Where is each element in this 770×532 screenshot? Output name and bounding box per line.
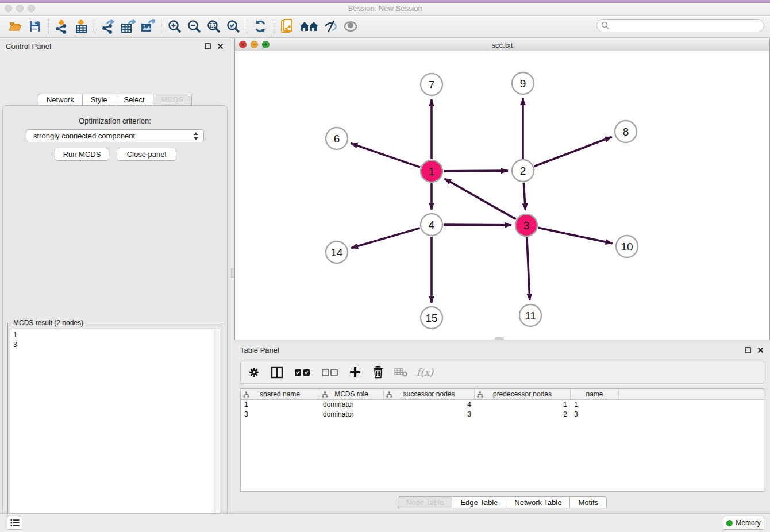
graph-node-6[interactable]: 6 bbox=[326, 128, 348, 149]
graph-node-4[interactable]: 4 bbox=[421, 214, 442, 236]
result-line: 1 bbox=[13, 330, 217, 340]
zoom-in-icon[interactable] bbox=[165, 18, 184, 35]
network-view-title: scc.txt bbox=[235, 41, 769, 49]
vertical-splitter[interactable] bbox=[230, 38, 234, 513]
tab-mcds[interactable]: MCDS bbox=[153, 94, 192, 106]
chevron-up-down-icon bbox=[192, 132, 199, 141]
split-view-icon[interactable] bbox=[270, 365, 284, 380]
toolbar-divider bbox=[48, 19, 49, 34]
tree-icon bbox=[322, 391, 328, 398]
graph-edge-1-6[interactable] bbox=[351, 143, 421, 167]
show-details-icon[interactable] bbox=[341, 18, 360, 35]
graph-node-7[interactable]: 7 bbox=[421, 74, 442, 95]
graph-edge-3-1[interactable] bbox=[445, 179, 516, 219]
view-resize-grip[interactable] bbox=[495, 337, 504, 340]
cell-name[interactable]: 3 bbox=[571, 410, 619, 419]
task-list-icon bbox=[10, 519, 20, 527]
cell-mcds-role[interactable]: dominator bbox=[319, 410, 384, 419]
float-table-panel-icon[interactable] bbox=[744, 346, 752, 354]
column-header-mcds-role[interactable]: MCDS role bbox=[319, 389, 384, 399]
graph-edge-4-14[interactable] bbox=[351, 228, 420, 248]
zoom-fit-icon[interactable] bbox=[204, 18, 224, 35]
network-canvas[interactable]: 7968124314101511 bbox=[235, 51, 769, 340]
memory-button[interactable]: Memory bbox=[723, 516, 764, 530]
graph-node-10[interactable]: 10 bbox=[616, 236, 638, 257]
tab-motifs[interactable]: Motifs bbox=[569, 496, 607, 508]
graph-node-9[interactable]: 9 bbox=[512, 72, 534, 94]
graph-node-2[interactable]: 2 bbox=[512, 160, 534, 182]
graph-node-3[interactable]: 3 bbox=[515, 214, 537, 236]
hide-details-icon[interactable] bbox=[321, 18, 341, 35]
cell-successor-nodes[interactable]: 4 bbox=[384, 400, 475, 410]
tab-select[interactable]: Select bbox=[116, 94, 153, 106]
deselect-all-columns-icon[interactable] bbox=[320, 365, 340, 380]
column-header-shared-name[interactable]: shared name bbox=[241, 389, 319, 399]
tab-network-table[interactable]: Network Table bbox=[506, 496, 569, 508]
zoom-selected-icon[interactable] bbox=[224, 18, 243, 35]
graph-node-11[interactable]: 11 bbox=[519, 304, 541, 326]
search-input[interactable] bbox=[596, 19, 764, 32]
function-builder-icon[interactable]: f(x) bbox=[417, 367, 433, 378]
mcds-result-textarea[interactable]: 1 3 bbox=[10, 329, 220, 532]
float-panel-icon[interactable] bbox=[203, 42, 211, 50]
mcds-result-fieldset: MCDS result (2 nodes) 1 3 bbox=[7, 319, 222, 532]
delete-column-icon[interactable] bbox=[371, 365, 386, 380]
memory-label: Memory bbox=[736, 519, 760, 527]
column-header-successor-nodes[interactable]: successor nodes bbox=[384, 389, 475, 399]
search-icon bbox=[601, 21, 610, 30]
graph-edge-2-8[interactable] bbox=[534, 137, 612, 166]
result-scrollbar[interactable] bbox=[214, 330, 219, 532]
task-history-button[interactable] bbox=[7, 516, 22, 530]
import-table-icon[interactable] bbox=[72, 18, 91, 35]
graph-edge-4-3[interactable] bbox=[444, 225, 511, 225]
optimization-criterion-select[interactable]: strongly connected component bbox=[26, 129, 204, 142]
table-toolbar: f(x) bbox=[240, 361, 764, 384]
column-header-predecessor-nodes[interactable]: predecessor nodes bbox=[475, 389, 571, 399]
table-row[interactable]: 1 dominator 4 1 1 bbox=[241, 400, 764, 410]
cell-shared-name[interactable]: 3 bbox=[241, 410, 319, 419]
tree-icon bbox=[386, 391, 392, 398]
close-panel-button[interactable]: Close panel bbox=[117, 148, 176, 161]
graph-node-8[interactable]: 8 bbox=[615, 121, 637, 142]
run-mcds-button[interactable]: Run MCDS bbox=[55, 148, 109, 161]
save-session-icon[interactable] bbox=[25, 18, 45, 35]
add-column-icon[interactable] bbox=[348, 365, 363, 380]
tab-network[interactable]: Network bbox=[38, 94, 82, 106]
zoom-out-icon[interactable] bbox=[184, 18, 204, 35]
status-bar: Memory bbox=[0, 513, 770, 532]
select-all-columns-icon[interactable] bbox=[292, 365, 312, 380]
refresh-icon[interactable] bbox=[251, 18, 270, 35]
delete-table-icon[interactable] bbox=[394, 365, 409, 380]
table-row[interactable]: 3 dominator 3 2 3 bbox=[241, 410, 764, 419]
table-settings-icon[interactable] bbox=[247, 365, 261, 380]
graph-node-15[interactable]: 15 bbox=[421, 307, 442, 329]
export-network-icon[interactable] bbox=[99, 18, 118, 35]
tab-edge-table[interactable]: Edge Table bbox=[452, 496, 506, 508]
graph-edge-3-10[interactable] bbox=[538, 228, 613, 243]
cell-name[interactable]: 1 bbox=[571, 400, 619, 410]
clone-network-icon[interactable] bbox=[278, 18, 297, 35]
node-label: 9 bbox=[520, 78, 526, 90]
cell-predecessor-nodes[interactable]: 2 bbox=[475, 410, 571, 419]
export-table-icon[interactable] bbox=[118, 18, 138, 35]
graph-edge-3-11[interactable] bbox=[527, 237, 530, 300]
graph-edge-2-3[interactable] bbox=[523, 183, 525, 210]
import-network-icon[interactable] bbox=[52, 18, 72, 35]
graph-node-14[interactable]: 14 bbox=[326, 241, 348, 263]
cell-successor-nodes[interactable]: 3 bbox=[384, 410, 475, 419]
graph-edge-1-2[interactable] bbox=[444, 171, 508, 171]
close-table-panel-icon[interactable] bbox=[756, 346, 764, 354]
column-header-name[interactable]: name bbox=[571, 389, 619, 399]
cell-mcds-role[interactable]: dominator bbox=[319, 400, 384, 410]
graph-node-1[interactable]: 1 bbox=[421, 160, 442, 182]
home-icon[interactable] bbox=[297, 18, 321, 35]
open-file-icon[interactable] bbox=[6, 18, 25, 35]
close-panel-icon[interactable] bbox=[216, 42, 224, 50]
export-image-icon[interactable] bbox=[138, 18, 157, 35]
tab-style[interactable]: Style bbox=[82, 94, 116, 106]
tab-node-table[interactable]: Node Table bbox=[398, 496, 452, 508]
cell-predecessor-nodes[interactable]: 1 bbox=[475, 400, 571, 410]
main-toolbar bbox=[0, 16, 770, 38]
cell-shared-name[interactable]: 1 bbox=[241, 400, 319, 410]
tree-icon bbox=[477, 391, 483, 398]
